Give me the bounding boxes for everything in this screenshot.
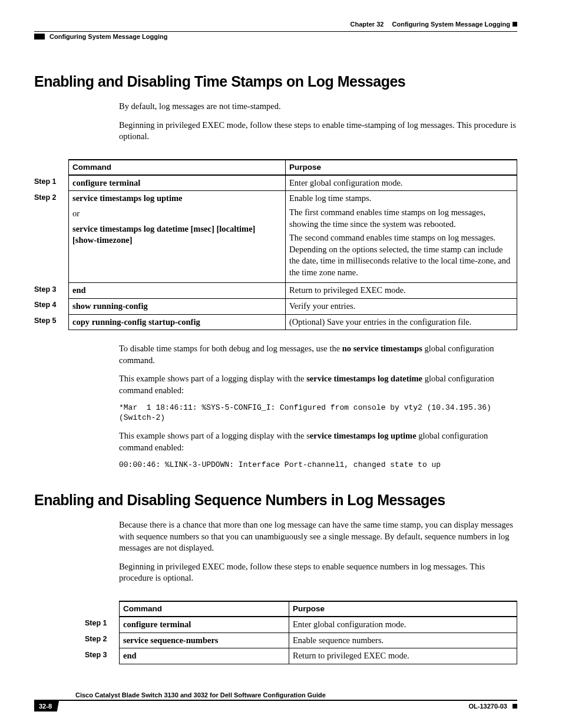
page-number: 32-8 — [34, 701, 59, 711]
paragraph: This example shows part of a logging dis… — [119, 373, 517, 396]
heading-timestamps: Enabling and Disabling Time Stamps on Lo… — [34, 73, 517, 90]
step-label: Step 5 — [34, 314, 69, 330]
code-block: 00:00:46: %LINK-3-UPDOWN: Interface Port… — [119, 460, 517, 470]
table-row: Step 2 service sequence-numbers Enable s… — [85, 633, 517, 648]
command-cell: configure terminal — [120, 617, 289, 633]
command-cell: show running-config — [69, 298, 286, 314]
chapter-title: Configuring System Message Logging — [392, 21, 510, 28]
purpose-cell: Enable log time stamps. The first comman… — [286, 191, 517, 283]
command-table-2: Command Purpose Step 1 configure termina… — [85, 601, 517, 664]
table-row: Step 4 show running-config Verify your e… — [34, 298, 517, 314]
command-table-1: Command Purpose Step 1 configure termina… — [34, 159, 517, 330]
paragraph: Because there is a chance that more than… — [119, 519, 517, 554]
paragraph: This example shows part of a logging dis… — [119, 430, 517, 453]
col-purpose: Purpose — [289, 601, 517, 617]
footer-end-marker — [513, 704, 517, 709]
table-row: Step 5 copy running-config startup-confi… — [34, 314, 517, 330]
page-footer: Cisco Catalyst Blade Switch 3130 and 303… — [34, 691, 517, 711]
step-label: Step 2 — [34, 191, 69, 283]
command-cell: configure terminal — [69, 175, 286, 191]
col-command: Command — [120, 601, 289, 617]
doc-id: OL-13270-03 — [469, 703, 507, 710]
step-label: Step 4 — [34, 298, 69, 314]
section-title: Configuring System Message Logging — [49, 33, 167, 40]
command-cell: copy running-config startup-config — [69, 314, 286, 330]
header-end-marker — [513, 22, 517, 27]
footer-doc-title: Cisco Catalyst Blade Switch 3130 and 303… — [34, 691, 517, 701]
command-or: or — [72, 208, 282, 220]
table-row: Step 2 service timestamps log uptime or … — [34, 191, 517, 283]
purpose-cell: (Optional) Save your entries in the conf… — [286, 314, 517, 330]
table-row: Step 1 configure terminal Enter global c… — [34, 175, 517, 191]
command-cell: end — [69, 283, 286, 299]
col-purpose: Purpose — [286, 160, 517, 175]
paragraph: Beginning in privileged EXEC mode, follo… — [119, 561, 517, 584]
header-rule — [34, 31, 517, 32]
purpose-line: The second command enables time stamps o… — [289, 232, 513, 278]
purpose-line: Enable log time stamps. — [289, 193, 513, 205]
table-row: Step 3 end Return to privileged EXEC mod… — [34, 283, 517, 299]
step-label: Step 3 — [85, 648, 120, 664]
command-line: service timestamps log uptime — [72, 193, 282, 205]
step-label: Step 3 — [34, 283, 69, 299]
command-cell: service sequence-numbers — [120, 633, 289, 648]
paragraph: By default, log messages are not time-st… — [119, 101, 517, 113]
command-line: service timestamps log datetime [msec] [… — [72, 223, 282, 246]
purpose-cell: Enter global configuration mode. — [289, 617, 517, 633]
purpose-cell: Enable sequence numbers. — [289, 633, 517, 648]
step-label: Step 1 — [85, 617, 120, 633]
purpose-cell: Return to privileged EXEC mode. — [289, 648, 517, 664]
section-marker — [34, 34, 45, 39]
heading-sequence: Enabling and Disabling Sequence Numbers … — [34, 492, 517, 509]
table-row: Step 3 end Return to privileged EXEC mod… — [85, 648, 517, 664]
purpose-cell: Enter global configuration mode. — [286, 175, 517, 191]
code-block: *Mar 1 18:46:11: %SYS-5-CONFIG_I: Config… — [119, 403, 517, 423]
chapter-number: Chapter 32 — [351, 21, 384, 28]
col-command: Command — [69, 160, 286, 175]
purpose-cell: Verify your entries. — [286, 298, 517, 314]
paragraph: To disable time stamps for both debug an… — [119, 343, 517, 366]
purpose-cell: Return to privileged EXEC mode. — [286, 283, 517, 299]
purpose-line: The first command enables time stamps on… — [289, 207, 513, 230]
command-cell: service timestamps log uptime or service… — [69, 191, 286, 283]
command-cell: end — [120, 648, 289, 664]
step-label: Step 2 — [85, 633, 120, 648]
page-header: Chapter 32 Configuring System Message Lo… — [34, 21, 517, 28]
step-label: Step 1 — [34, 175, 69, 191]
paragraph: Beginning in privileged EXEC mode, follo… — [119, 120, 517, 143]
table-row: Step 1 configure terminal Enter global c… — [85, 617, 517, 633]
